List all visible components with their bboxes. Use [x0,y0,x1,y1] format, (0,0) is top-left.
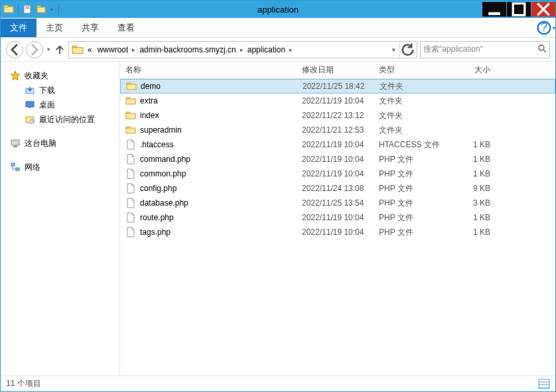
file-type: HTACCESS 文件 [374,139,456,151]
file-row[interactable]: .htaccess2022/11/19 10:04HTACCESS 文件1 KB [120,137,555,152]
details-view-icon[interactable] [538,379,550,389]
sidebar-item-recent[interactable]: 最近访问的位置 [6,112,119,127]
svg-marker-6 [37,6,41,7]
explorer-window: ▾ application 文件 主页 共享 查看 ? ▾ [0,0,556,392]
file-name-cell[interactable]: config.php [120,183,297,194]
file-size: 3 KB [456,198,496,208]
file-list[interactable]: demo2022/11/25 18:42文件夹extra2022/11/19 1… [120,79,555,375]
file-row[interactable]: route.php2022/11/19 10:04PHP 文件1 KB [120,210,555,225]
search-placeholder: 搜索"application" [423,44,483,55]
file-name: extra [140,96,158,105]
refresh-button[interactable] [399,42,415,58]
column-header-date[interactable]: 修改日期 [297,64,374,76]
sidebar-item-downloads[interactable]: 下载 [6,83,119,98]
file-size: 1 KB [456,228,496,237]
status-bar: 11 个项目 [1,375,555,391]
file-name-cell[interactable]: route.php [120,212,297,223]
chevron-right-icon[interactable]: ▸ [131,46,137,53]
file-name-cell[interactable]: .htaccess [120,139,297,150]
breadcrumb-prefix[interactable]: « [85,45,95,54]
breadcrumb-item[interactable]: admin-backrooms.smyzj.cn [137,45,238,54]
tab-share[interactable]: 共享 [72,19,108,37]
file-name-cell[interactable]: database.php [120,198,297,208]
file-row[interactable]: common.php2022/11/19 10:04PHP 文件1 KB [120,166,555,181]
sidebar-item-network[interactable]: 网络 [6,160,119,174]
folder-icon [125,110,136,121]
folder-icon [125,125,136,135]
file-icon [125,139,136,150]
open-folder-icon[interactable] [36,4,46,15]
svg-marker-35 [126,98,130,99]
status-count: 11 个项目 [6,378,41,389]
close-button[interactable] [531,2,555,17]
file-name-cell[interactable]: tags.php [120,227,297,237]
address-dropdown-icon[interactable]: ▾ [387,46,399,53]
breadcrumb-item[interactable]: wwwroot [95,45,131,54]
sidebar-item-this-pc[interactable]: 这台电脑 [6,136,119,151]
file-date: 2022/11/24 13:08 [297,184,374,193]
svg-marker-43 [127,184,134,193]
file-row[interactable]: command.php2022/11/19 10:04PHP 文件1 KB [120,152,555,166]
column-header-type[interactable]: 类型 [374,64,456,76]
qat-dropdown-icon[interactable]: ▾ [49,7,54,13]
file-size: 9 KB [456,184,496,193]
quick-access-toolbar: ▾ [1,4,63,15]
file-tab[interactable]: 文件 [1,19,36,37]
navigation-pane[interactable]: 收藏夹 下载 桌面 最近访问的位置 这台电脑 [1,62,120,375]
file-size: 1 KB [456,213,496,222]
file-row[interactable]: extra2022/11/19 10:04文件夹 [120,94,555,108]
desktop-icon [25,99,35,110]
sidebar-item-label: 网络 [25,162,40,173]
breadcrumb-item[interactable]: application [245,45,288,54]
file-name-cell[interactable]: superadmin [120,125,297,135]
file-name-cell[interactable]: demo [121,81,297,92]
svg-rect-5 [37,7,45,13]
file-name: .htaccess [140,140,174,149]
ribbon-help-button[interactable]: ? ▾ [537,19,555,37]
search-input[interactable]: 搜索"application" [420,41,550,58]
svg-rect-28 [11,163,15,166]
tab-home[interactable]: 主页 [36,19,72,37]
file-row[interactable]: demo2022/11/25 18:42文件夹 [120,79,555,94]
favorites-header[interactable]: 收藏夹 [6,68,119,83]
file-type: PHP 文件 [374,198,456,209]
history-dropdown-icon[interactable]: ▾ [46,46,51,52]
tab-view[interactable]: 查看 [108,19,144,37]
chevron-right-icon[interactable]: ▸ [288,46,294,53]
search-icon[interactable] [538,44,547,55]
file-type: 文件夹 [374,110,456,121]
chevron-down-icon[interactable]: ▾ [553,25,555,31]
properties-icon[interactable] [23,4,33,15]
forward-button[interactable] [26,41,43,58]
back-button[interactable] [6,41,23,58]
maximize-button[interactable] [507,2,531,17]
svg-text:?: ? [541,20,547,34]
sidebar-item-desktop[interactable]: 桌面 [6,98,119,112]
file-name-cell[interactable]: common.php [120,168,297,179]
file-row[interactable]: index2022/11/22 13:12文件夹 [120,108,555,123]
file-row[interactable]: superadmin2022/11/21 12:53文件夹 [120,123,555,137]
svg-rect-27 [13,146,17,147]
favorites-label: 收藏夹 [25,70,48,82]
address-bar[interactable]: « wwwroot ▸ admin-backrooms.smyzj.cn ▸ a… [68,41,417,58]
file-type: PHP 文件 [374,168,456,180]
file-row[interactable]: tags.php2022/11/19 10:04PHP 文件1 KB [120,225,555,239]
svg-marker-33 [127,83,131,84]
star-icon [10,70,21,81]
body: 收藏夹 下载 桌面 最近访问的位置 这台电脑 [1,62,555,375]
up-button[interactable] [54,41,66,58]
sidebar-item-label: 下载 [39,85,55,96]
title-bar[interactable]: ▾ application [1,1,555,18]
column-header-size[interactable]: 大小 [456,64,496,76]
minimize-button[interactable] [482,2,506,17]
column-header-name[interactable]: 名称 [120,64,297,76]
svg-marker-46 [127,228,134,237]
file-name-cell[interactable]: index [120,110,297,121]
file-name-cell[interactable]: extra [120,96,297,106]
svg-marker-44 [127,198,134,208]
download-icon [25,85,35,96]
file-row[interactable]: database.php2022/11/25 13:54PHP 文件3 KB [120,196,555,210]
file-name-cell[interactable]: command.php [120,154,297,164]
chevron-right-icon[interactable]: ▸ [239,46,245,53]
file-row[interactable]: config.php2022/11/24 13:08PHP 文件9 KB [120,181,555,196]
